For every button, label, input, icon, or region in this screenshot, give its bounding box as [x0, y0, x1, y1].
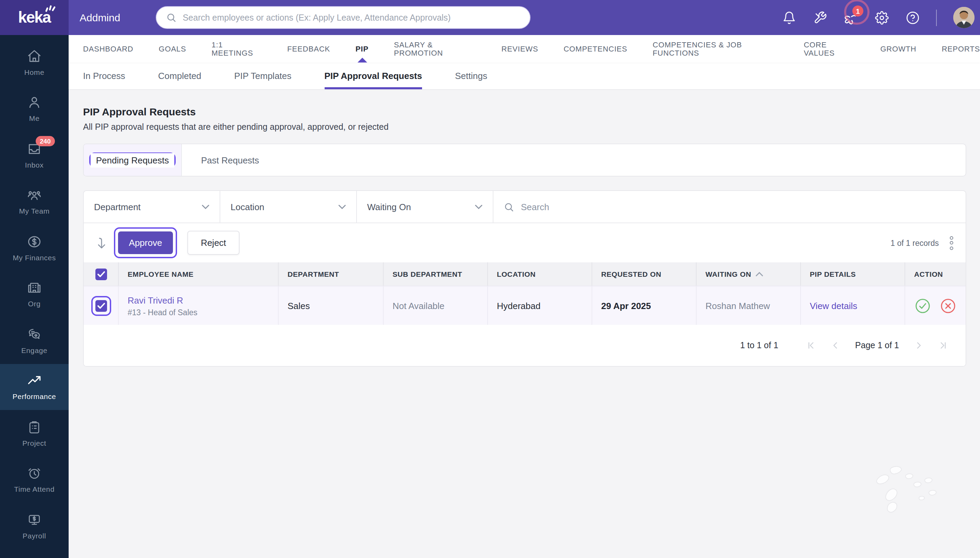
header-pip-details[interactable]: PIP DETAILS: [801, 263, 905, 286]
tab-1-1-meetings[interactable]: 1:1 MEETINGS: [211, 35, 262, 62]
download-arrow-icon[interactable]: [96, 236, 107, 249]
department-filter[interactable]: Department: [84, 191, 220, 223]
filter-row: Department Location Waiting On: [84, 191, 965, 223]
header-sub-department[interactable]: SUB DEPARTMENT: [384, 263, 488, 286]
praise-icon[interactable]: 1: [843, 10, 858, 25]
topbar-icons: 1: [782, 0, 980, 35]
global-search[interactable]: [156, 6, 530, 29]
chevron-down-icon: [475, 204, 483, 209]
header-action[interactable]: ACTION: [905, 263, 965, 286]
page-subtitle: All PIP approval requests that are eithe…: [83, 122, 966, 132]
tab-reports[interactable]: REPORTS: [942, 35, 980, 62]
search-icon: [166, 12, 177, 23]
page-title: PIP Approval Requests: [83, 106, 966, 117]
reject-row-icon[interactable]: [940, 298, 956, 313]
pending-requests-click-annotation: Pending Requests: [89, 153, 176, 167]
keka-logo[interactable]: keka: [0, 0, 69, 35]
location-filter[interactable]: Location: [220, 191, 357, 223]
first-page-icon[interactable]: [807, 341, 815, 350]
subtab-settings[interactable]: Settings: [455, 62, 487, 89]
header-requested-on[interactable]: REQUESTED ON: [592, 263, 697, 286]
inbox-badge: 240: [36, 136, 55, 146]
sidebar-item-my-finances[interactable]: My Finances: [0, 225, 69, 271]
tab-past-requests[interactable]: Past Requests: [182, 144, 278, 176]
keka-watermark: [872, 460, 948, 528]
tab-competencies[interactable]: COMPETENCIES: [563, 35, 627, 62]
subtab-in-process[interactable]: In Process: [83, 62, 125, 89]
view-details-link[interactable]: View details: [810, 300, 857, 311]
tab-feedback[interactable]: FEEDBACK: [287, 35, 330, 62]
header-location[interactable]: LOCATION: [488, 263, 592, 286]
sidebar-item-inbox[interactable]: 240 Inbox: [0, 132, 69, 178]
tab-pending-requests[interactable]: Pending Requests: [84, 144, 182, 176]
approve-button[interactable]: Approve: [118, 231, 173, 254]
tools-icon[interactable]: [813, 10, 827, 25]
cell-sub-department: Not Available: [384, 286, 488, 325]
org-icon: [27, 281, 42, 295]
tab-core-values[interactable]: CORE VALUES: [803, 35, 855, 62]
last-page-icon[interactable]: [939, 341, 947, 350]
sidebar-item-my-team[interactable]: My Team: [0, 178, 69, 225]
sidebar-item-payroll[interactable]: Payroll: [0, 503, 69, 549]
employee-name-link[interactable]: Ravi Trivedi R: [128, 295, 197, 305]
table-search[interactable]: [493, 191, 965, 223]
notifications-bell-icon[interactable]: [782, 10, 796, 25]
sidebar-item-project[interactable]: Project: [0, 410, 69, 456]
grid-options-kebab-icon[interactable]: [949, 235, 955, 251]
sidebar-item-home[interactable]: Home: [0, 39, 69, 85]
topbar-main: Addmind: [69, 0, 980, 35]
check-icon: [97, 302, 105, 309]
search-icon: [504, 202, 514, 212]
sidebar-item-performance[interactable]: Performance: [0, 364, 69, 410]
requests-grid-card: Department Location Waiting On: [83, 190, 966, 367]
table-search-input[interactable]: [521, 202, 955, 212]
subtab-pip-approval-requests[interactable]: PIP Approval Requests: [324, 62, 422, 89]
settings-gear-icon[interactable]: [874, 10, 889, 25]
checkbox-click-annotation: [91, 295, 111, 315]
pagination-page: Page 1 of 1: [855, 341, 899, 350]
header-department[interactable]: DEPARTMENT: [279, 263, 384, 286]
approve-click-annotation: Approve: [114, 227, 177, 258]
tab-pip[interactable]: PIP: [355, 35, 368, 62]
home-icon: [27, 49, 42, 64]
sidebar-item-time-attend[interactable]: Time Attend: [0, 456, 69, 503]
tab-salary-promotion[interactable]: SALARY & PROMOTION: [394, 35, 476, 62]
subtab-completed[interactable]: Completed: [158, 62, 201, 89]
tab-competencies-job-functions[interactable]: COMPETENCIES & JOB FUNCTIONS: [653, 35, 778, 62]
sidebar-item-org[interactable]: Org: [0, 271, 69, 317]
chevron-down-icon: [202, 204, 209, 209]
header-waiting-on[interactable]: WAITING ON: [697, 263, 801, 286]
header-employee-name[interactable]: EMPLOYEE NAME: [119, 263, 279, 286]
employee-meta: #13 - Head of Sales: [128, 308, 197, 316]
tab-growth[interactable]: GROWTH: [880, 35, 916, 62]
cell-requested-on: 29 Apr 2025: [592, 286, 697, 325]
row-checkbox[interactable]: [95, 300, 107, 312]
select-all-checkbox[interactable]: [95, 268, 107, 280]
cell-employee: Ravi Trivedi R #13 - Head of Sales: [119, 286, 279, 325]
tab-goals[interactable]: GOALS: [159, 35, 187, 62]
help-icon[interactable]: [905, 10, 919, 25]
main-nav: DASHBOARD GOALS 1:1 MEETINGS FEEDBACK PI…: [69, 35, 980, 62]
subtab-pip-templates[interactable]: PIP Templates: [234, 62, 292, 89]
cell-department: Sales: [279, 286, 384, 325]
tab-reviews[interactable]: REVIEWS: [501, 35, 538, 62]
prev-page-icon[interactable]: [832, 341, 839, 350]
sort-asc-icon: [755, 272, 763, 276]
next-page-icon[interactable]: [916, 341, 922, 350]
waiting-on-filter[interactable]: Waiting On: [357, 191, 493, 223]
chevron-down-icon: [338, 204, 346, 209]
content: PIP Approval Requests All PIP approval r…: [69, 90, 980, 558]
global-search-input[interactable]: [183, 13, 520, 22]
table-row: Ravi Trivedi R #13 - Head of Sales Sales…: [84, 286, 965, 325]
user-avatar[interactable]: [953, 7, 975, 28]
topbar: keka Addmind: [0, 0, 980, 35]
approve-row-icon[interactable]: [915, 298, 931, 313]
finances-icon: [27, 234, 42, 249]
reject-button[interactable]: Reject: [187, 231, 239, 255]
pagination-row: 1 to 1 of 1 Page 1 of 1: [84, 325, 965, 366]
sidebar-item-engage[interactable]: Engage: [0, 317, 69, 364]
tab-dashboard[interactable]: DASHBOARD: [83, 35, 134, 62]
active-tab-caret: [357, 58, 367, 62]
sidebar-item-me[interactable]: Me: [0, 85, 69, 132]
pagination-range: 1 to 1 of 1: [740, 341, 778, 350]
